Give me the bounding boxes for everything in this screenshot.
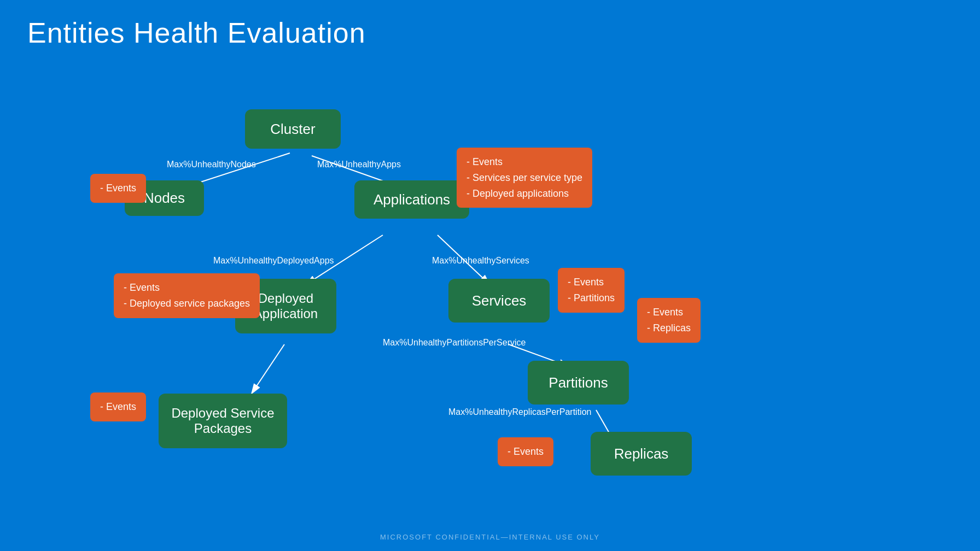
orange-nodes-events: Events xyxy=(90,174,146,203)
footer-text: MICROSOFT CONFIDENTIAL—INTERNAL USE ONLY xyxy=(380,533,600,541)
orange-services-events: Events Partitions xyxy=(558,268,625,313)
edge-label-max-unhealthy-nodes: Max%UnhealthyNodes xyxy=(167,160,256,169)
node-applications: Applications xyxy=(354,180,469,219)
edge-label-max-unhealthy-apps: Max%UnhealthyApps xyxy=(317,160,401,169)
orange-replicas-events: Events xyxy=(498,437,553,466)
edge-label-max-unhealthy-replicas-per-partition: Max%UnhealthyReplicasPerPartition xyxy=(448,407,591,417)
node-cluster: Cluster xyxy=(245,109,341,149)
page-title: Entities Health Evaluation xyxy=(27,16,366,49)
orange-partitions-events: Events Replicas xyxy=(637,298,701,343)
orange-deployed-app-events: Events Deployed service packages xyxy=(114,273,260,318)
orange-applications-events: Events Services per service type Deploye… xyxy=(457,148,592,208)
edge-label-max-unhealthy-deployed-apps: Max%UnhealthyDeployedApps xyxy=(213,256,334,266)
edge-label-max-unhealthy-services: Max%UnhealthyServices xyxy=(432,256,529,266)
orange-deployed-sp-events: Events xyxy=(90,392,146,421)
node-services: Services xyxy=(448,279,550,323)
node-partitions: Partitions xyxy=(528,361,629,405)
node-replicas: Replicas xyxy=(591,432,692,476)
edge-label-max-unhealthy-partitions-per-service: Max%UnhealthyPartitionsPerService xyxy=(383,338,526,348)
node-deployed-service-packages: Deployed Service Packages xyxy=(159,394,287,448)
svg-line-5 xyxy=(252,344,284,394)
